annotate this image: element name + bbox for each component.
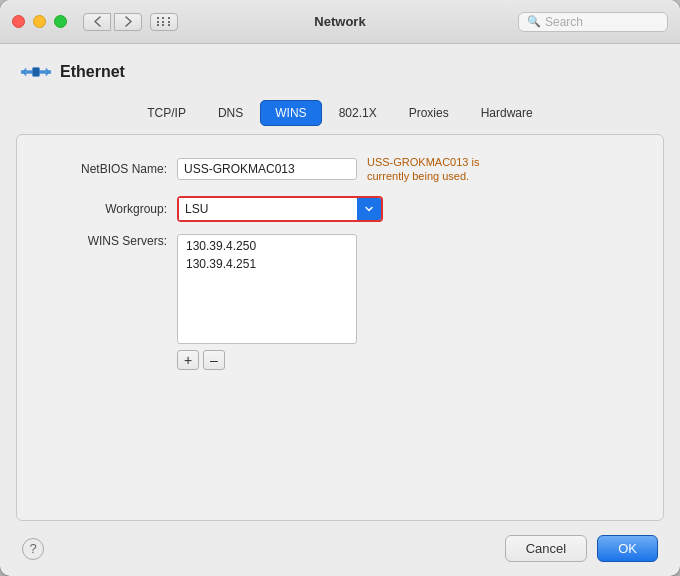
tab-proxies[interactable]: Proxies [394,100,464,126]
remove-wins-server-button[interactable]: – [203,350,225,370]
ethernet-icon [20,56,52,88]
tab-wins[interactable]: WINS [260,100,321,126]
main-panel: NetBIOS Name: USS-GROKMAC013 is currentl… [16,134,664,521]
svg-rect-4 [32,68,39,77]
wins-servers-label: WINS Servers: [47,234,177,248]
tab-dns[interactable]: DNS [203,100,258,126]
svg-marker-3 [46,68,50,77]
wins-controls: + – [177,350,357,370]
wins-server-item-1[interactable]: 130.39.4.251 [178,255,356,273]
wins-servers-section: WINS Servers: 130.39.4.250 130.39.4.251 … [47,234,633,370]
minimize-button[interactable] [33,15,46,28]
grid-icon [157,17,172,26]
workgroup-wrapper [177,196,383,222]
search-icon: 🔍 [527,15,541,28]
traffic-lights [12,15,67,28]
network-window: Network 🔍 Search Ethernet [0,0,680,576]
tab-tcpip[interactable]: TCP/IP [132,100,201,126]
tab-8021x[interactable]: 802.1X [324,100,392,126]
ethernet-header: Ethernet [0,44,680,96]
tab-hardware[interactable]: Hardware [466,100,548,126]
netbios-label: NetBIOS Name: [47,162,177,176]
workgroup-label: Workgroup: [47,202,177,216]
close-button[interactable] [12,15,25,28]
svg-marker-1 [22,68,26,77]
netbios-note: USS-GROKMAC013 is currently being used. [367,155,497,184]
workgroup-row: Workgroup: [47,196,633,222]
workgroup-input[interactable] [179,198,357,220]
window-title: Network [314,14,365,29]
back-button[interactable] [83,13,111,31]
search-box[interactable]: 🔍 Search [518,12,668,32]
workgroup-dropdown-button[interactable] [357,198,381,220]
titlebar: Network 🔍 Search [0,0,680,44]
add-wins-server-button[interactable]: + [177,350,199,370]
grid-button[interactable] [150,13,178,31]
search-placeholder: Search [545,15,583,29]
content-area: Ethernet TCP/IP DNS WINS 802.1X Proxies … [0,44,680,521]
forward-button[interactable] [114,13,142,31]
help-button[interactable]: ? [22,538,44,560]
wins-list-container: 130.39.4.250 130.39.4.251 + – [177,234,357,370]
netbios-input[interactable] [177,158,357,180]
maximize-button[interactable] [54,15,67,28]
footer-buttons: Cancel OK [505,535,658,562]
wins-server-item-0[interactable]: 130.39.4.250 [178,237,356,255]
footer: ? Cancel OK [0,521,680,576]
cancel-button[interactable]: Cancel [505,535,587,562]
nav-buttons [83,13,142,31]
tabs-bar: TCP/IP DNS WINS 802.1X Proxies Hardware [0,96,680,126]
wins-servers-list[interactable]: 130.39.4.250 130.39.4.251 [177,234,357,344]
netbios-row: NetBIOS Name: USS-GROKMAC013 is currentl… [47,155,633,184]
ok-button[interactable]: OK [597,535,658,562]
ethernet-label: Ethernet [60,63,125,81]
